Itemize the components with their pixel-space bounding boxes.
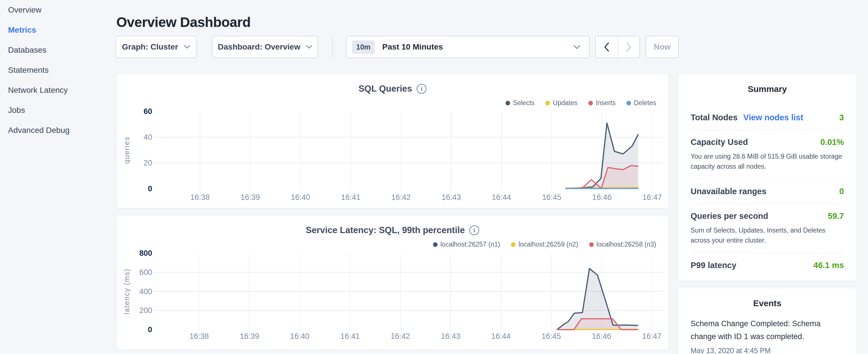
time-range-label: Past 10 Minutes	[382, 42, 443, 52]
svg-text:16:47: 16:47	[643, 193, 662, 202]
svg-text:16:38: 16:38	[190, 193, 210, 202]
qps-value: 59.7	[828, 212, 844, 221]
legend-label: localhost:26257 (n1)	[440, 240, 500, 248]
dashboard-dropdown-label: Dashboard: Overview	[218, 42, 300, 52]
legend-item-inserts[interactable]: Inserts	[588, 99, 616, 107]
svg-text:queries: queries	[123, 136, 131, 164]
chevron-down-icon	[306, 45, 312, 49]
summary-row-total-nodes: Total Nodes View nodes list 3	[691, 105, 844, 130]
legend-dot	[433, 242, 438, 247]
svg-text:800: 800	[139, 249, 152, 257]
p99-latency-label: P99 latency	[691, 261, 737, 270]
legend-label: Deletes	[634, 99, 656, 107]
svg-text:40: 40	[144, 133, 152, 141]
legend-item-updates[interactable]: Updates	[545, 99, 578, 107]
legend-label: localhost:26259 (n2)	[518, 240, 578, 248]
summary-title: Summary	[678, 74, 857, 94]
event-message[interactable]: Schema Change Completed: Schema change w…	[691, 317, 844, 343]
legend-item-n2[interactable]: localhost:26259 (n2)	[511, 240, 578, 248]
sidebar-item-advanced-debug[interactable]: Advanced Debug	[0, 120, 115, 140]
unavailable-ranges-value: 0	[839, 187, 844, 196]
sidebar-item-statements[interactable]: Statements	[0, 60, 115, 80]
time-range-dropdown[interactable]: 10m Past 10 Minutes	[346, 36, 589, 58]
svg-text:latency (ms): latency (ms)	[123, 268, 131, 314]
time-range-arrows	[595, 36, 640, 58]
db-console-metrics-page: Overview Metrics Databases Statements Ne…	[0, 0, 868, 354]
legend-dot	[626, 101, 631, 105]
svg-text:16:45: 16:45	[542, 193, 561, 202]
prev-range-button[interactable]	[596, 36, 618, 58]
controls-divider	[332, 36, 333, 58]
sql-queries-plot[interactable]: 16:3816:3916:4016:4116:4216:4316:4416:45…	[117, 74, 669, 208]
svg-text:600: 600	[139, 268, 152, 277]
legend-item-n3[interactable]: localhost:26258 (n3)	[589, 240, 656, 248]
svg-text:16:44: 16:44	[491, 332, 510, 341]
svg-text:16:44: 16:44	[492, 193, 511, 202]
sidebar-item-network-latency[interactable]: Network Latency	[0, 80, 115, 100]
svg-text:16:46: 16:46	[592, 332, 611, 341]
info-icon[interactable]: i	[417, 84, 426, 94]
service-latency-plot[interactable]: 16:3816:3916:4016:4116:4216:4316:4416:45…	[117, 215, 669, 350]
total-nodes-label: Total Nodes	[691, 113, 738, 122]
legend-dot	[545, 101, 550, 105]
info-icon[interactable]: i	[469, 225, 479, 235]
unavailable-ranges-label: Unavailable ranges	[691, 187, 766, 196]
legend-item-deletes[interactable]: Deletes	[626, 99, 656, 107]
sql-queries-chart-card: SQL Queries i Selects Updates Inserts De…	[116, 74, 669, 208]
svg-text:16:43: 16:43	[442, 193, 461, 202]
event-timestamp: May 13, 2020 at 4:45 PM	[691, 347, 844, 354]
svg-text:20: 20	[144, 159, 152, 167]
time-range-badge: 10m	[352, 40, 375, 54]
next-range-button[interactable]	[618, 36, 639, 58]
summary-row-p99: P99 latency 46.1 ms	[691, 253, 844, 278]
svg-text:16:39: 16:39	[241, 193, 260, 202]
svg-text:16:45: 16:45	[541, 332, 561, 341]
summary-panel: Summary Total Nodes View nodes list 3 Ca…	[678, 74, 857, 281]
svg-text:16:40: 16:40	[290, 332, 309, 341]
svg-text:16:42: 16:42	[391, 193, 411, 202]
svg-text:16:47: 16:47	[642, 332, 662, 341]
svg-text:200: 200	[139, 306, 152, 315]
legend-label: Selects	[513, 99, 534, 107]
legend-item-selects[interactable]: Selects	[505, 99, 534, 107]
qps-label: Queries per second	[691, 212, 768, 221]
summary-row-qps: Queries per second 59.7 Sum of Selects, …	[691, 204, 844, 253]
legend-dot	[589, 242, 594, 247]
page-title: Overview Dashboard	[116, 14, 251, 30]
summary-row-unavailable-ranges: Unavailable ranges 0	[691, 179, 844, 204]
sidebar-item-metrics[interactable]: Metrics	[0, 20, 115, 40]
capacity-used-label: Capacity Used	[691, 137, 748, 147]
qps-description: Sum of Selects, Updates, Inserts, and De…	[691, 225, 844, 246]
svg-text:16:39: 16:39	[240, 332, 259, 341]
svg-text:16:46: 16:46	[592, 193, 612, 202]
chevron-down-icon	[184, 45, 190, 49]
sidebar-item-databases[interactable]: Databases	[0, 40, 115, 60]
legend-item-n1[interactable]: localhost:26257 (n1)	[433, 240, 500, 248]
chart-title: Service Latency: SQL, 99th percentile	[306, 225, 465, 235]
svg-text:16:41: 16:41	[340, 332, 360, 341]
p99-latency-value: 46.1 ms	[813, 261, 844, 270]
legend-dot	[511, 242, 516, 247]
now-button[interactable]: Now	[646, 36, 679, 58]
total-nodes-value: 3	[839, 113, 844, 122]
service-latency-chart-card: Service Latency: SQL, 99th percentile i …	[116, 215, 669, 350]
capacity-used-value: 0.01%	[820, 137, 844, 147]
events-title: Events	[678, 288, 857, 308]
view-nodes-list-link[interactable]: View nodes list	[743, 113, 803, 122]
svg-text:16:40: 16:40	[291, 193, 310, 202]
svg-text:0: 0	[148, 325, 152, 334]
legend-dot	[505, 101, 510, 105]
sidebar-item-overview[interactable]: Overview	[0, 0, 115, 20]
dashboard-dropdown[interactable]: Dashboard: Overview	[212, 36, 318, 58]
events-panel: Events Schema Change Completed: Schema c…	[678, 288, 857, 354]
svg-text:400: 400	[139, 287, 152, 296]
sidebar-item-jobs[interactable]: Jobs	[0, 100, 115, 120]
chart-legend: localhost:26257 (n1) localhost:26259 (n2…	[433, 240, 656, 248]
svg-text:16:42: 16:42	[391, 332, 410, 341]
graph-source-dropdown[interactable]: Graph: Cluster	[116, 36, 196, 58]
legend-label: Updates	[553, 99, 578, 107]
svg-text:0: 0	[148, 185, 152, 193]
svg-text:16:38: 16:38	[189, 332, 209, 341]
svg-text:60: 60	[144, 107, 152, 116]
summary-row-capacity: Capacity Used 0.01% You are using 28.6 M…	[691, 130, 844, 179]
